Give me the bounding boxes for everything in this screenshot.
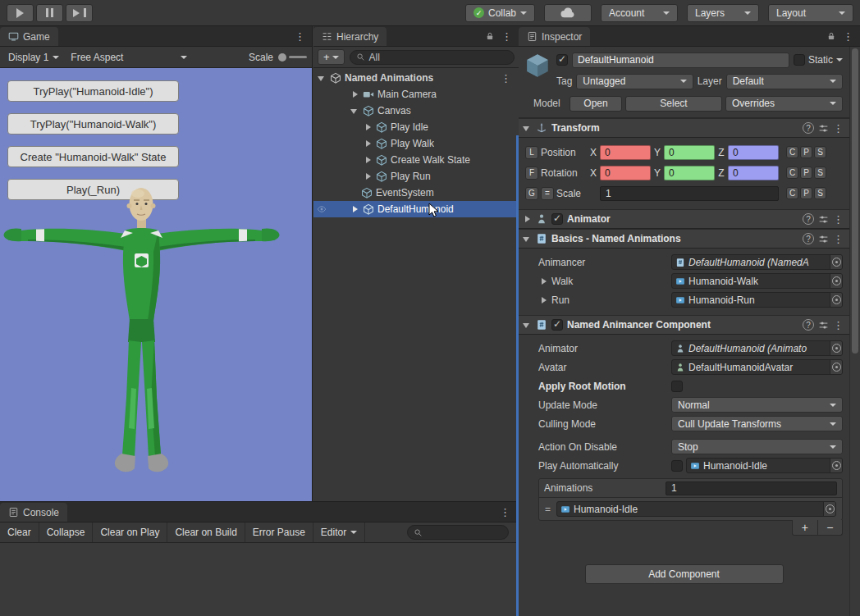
tab-game[interactable]: Game xyxy=(0,27,58,46)
transform-header[interactable]: Transform xyxy=(519,118,849,138)
avatar-object-field[interactable]: DefaultHumanoidAvatar xyxy=(671,359,843,375)
kebab-menu-icon[interactable] xyxy=(833,123,844,134)
paste-button[interactable]: P xyxy=(800,187,812,199)
foldout-collapsed-icon[interactable] xyxy=(350,89,359,99)
help-icon[interactable] xyxy=(803,319,814,331)
scrollbar-thumb[interactable] xyxy=(852,48,858,354)
object-picker-icon[interactable] xyxy=(830,459,842,472)
layout-dropdown[interactable]: Layout xyxy=(768,4,853,22)
add-element-button[interactable] xyxy=(793,520,818,535)
hierarchy-search-input[interactable]: All xyxy=(350,50,515,65)
foldout-expanded-icon[interactable] xyxy=(522,234,532,244)
foldout-expanded-icon[interactable] xyxy=(522,123,532,133)
step-button[interactable] xyxy=(66,4,93,22)
culling-mode-dropdown[interactable]: Cull Update Transforms xyxy=(671,416,843,431)
named-animancer-enabled-checkbox[interactable] xyxy=(551,319,563,331)
freeze-mode-button[interactable]: F xyxy=(525,167,538,180)
help-icon[interactable] xyxy=(803,122,814,134)
tab-console[interactable]: Console xyxy=(0,503,67,522)
uniform-scale-link-button[interactable]: = xyxy=(541,187,554,200)
tryplay-walk-button[interactable]: TryPlay("Humanoid-Walk") xyxy=(7,113,179,135)
foldout-collapsed-icon[interactable] xyxy=(522,214,532,224)
copy-button[interactable]: C xyxy=(786,146,798,158)
foldout-expanded-icon[interactable] xyxy=(350,106,359,116)
basics-named-animations-header[interactable]: Basics - Named Animations xyxy=(519,229,849,249)
clear-on-build-button[interactable]: Clear on Build xyxy=(167,522,245,542)
display-dropdown[interactable]: Display 1 xyxy=(5,47,62,67)
tryplay-idle-button[interactable]: TryPlay("Humanoid-Idle") xyxy=(7,80,179,102)
hierarchy-item-main-camera[interactable]: Main Camera xyxy=(313,86,519,103)
panel-splitter-highlight[interactable] xyxy=(516,135,519,616)
static-toggle[interactable]: Static xyxy=(794,54,843,66)
play-button[interactable] xyxy=(7,4,34,22)
copy-button[interactable]: C xyxy=(786,187,798,199)
console-log-area[interactable] xyxy=(0,543,517,616)
clear-button[interactable]: Clear xyxy=(0,522,39,542)
object-picker-icon[interactable] xyxy=(830,274,842,288)
position-z-field[interactable]: 0 xyxy=(728,145,779,160)
apply-root-motion-checkbox[interactable] xyxy=(671,381,683,392)
animator-header[interactable]: Animator xyxy=(519,209,849,229)
scale-field[interactable]: 1 xyxy=(600,186,779,201)
animancer-object-field[interactable]: DefaultHumanoid (NamedA xyxy=(671,254,843,270)
rotation-z-field[interactable]: 0 xyxy=(728,166,779,180)
animator-enabled-checkbox[interactable] xyxy=(551,213,563,225)
object-name-field[interactable]: DefaultHumanoid xyxy=(572,52,789,68)
animations-list-item[interactable]: Humanoid-Idle xyxy=(539,498,842,520)
collapse-button[interactable]: Collapse xyxy=(39,522,94,542)
visibility-eye-icon[interactable] xyxy=(317,204,327,214)
animation-item-object-field[interactable]: Humanoid-Idle xyxy=(556,501,836,517)
overrides-dropdown[interactable]: Overrides xyxy=(725,96,843,112)
animations-count-field[interactable]: 1 xyxy=(666,481,837,495)
account-dropdown[interactable]: Account xyxy=(601,4,678,22)
global-mode-button[interactable]: G xyxy=(525,187,538,200)
object-picker-icon[interactable] xyxy=(823,502,835,516)
cloud-button[interactable] xyxy=(544,4,592,22)
named-animancer-header[interactable]: Named Animancer Component xyxy=(519,315,849,335)
tab-inspector[interactable]: Inspector xyxy=(519,27,590,46)
scale-slider-knob[interactable] xyxy=(278,53,286,62)
lock-icon[interactable] xyxy=(485,31,495,41)
rotation-y-field[interactable]: 0 xyxy=(664,166,715,180)
kebab-menu-icon[interactable] xyxy=(501,73,519,84)
remove-element-button[interactable] xyxy=(818,520,843,535)
lock-icon[interactable] xyxy=(826,31,836,41)
create-walk-state-button[interactable]: Create "Humanoid-Walk" State xyxy=(7,146,179,167)
local-mode-button[interactable]: L xyxy=(525,146,538,159)
object-picker-icon[interactable] xyxy=(830,341,842,355)
kebab-menu-icon[interactable] xyxy=(295,31,305,42)
presets-icon[interactable] xyxy=(818,320,829,331)
scale-slider-track[interactable] xyxy=(289,56,307,58)
foldout-collapsed-icon[interactable] xyxy=(363,139,373,148)
presets-icon[interactable] xyxy=(818,123,829,134)
presets-icon[interactable] xyxy=(818,234,829,244)
kebab-menu-icon[interactable] xyxy=(501,31,512,42)
layer-dropdown[interactable]: Default xyxy=(726,74,843,89)
pause-button[interactable] xyxy=(36,4,63,22)
help-icon[interactable] xyxy=(803,213,814,225)
play-automatically-checkbox[interactable] xyxy=(671,460,683,472)
hierarchy-scene-row[interactable]: Named Animations xyxy=(313,70,519,86)
layers-dropdown[interactable]: Layers xyxy=(687,4,759,22)
kebab-menu-icon[interactable] xyxy=(833,234,844,244)
foldout-collapsed-icon[interactable] xyxy=(363,122,373,132)
foldout-expanded-icon[interactable] xyxy=(522,320,532,330)
collab-dropdown[interactable]: ✓ Collab xyxy=(465,4,535,22)
play-run-button[interactable]: Play(_Run) xyxy=(7,179,179,200)
active-checkbox[interactable] xyxy=(556,54,568,66)
kebab-menu-icon[interactable] xyxy=(833,320,844,331)
add-component-button[interactable]: Add Component xyxy=(585,564,784,584)
aspect-dropdown[interactable]: Free Aspect xyxy=(67,47,190,67)
foldout-collapsed-icon[interactable] xyxy=(538,276,548,286)
error-pause-button[interactable]: Error Pause xyxy=(245,522,313,542)
paste-button[interactable]: P xyxy=(800,146,812,158)
foldout-collapsed-icon[interactable] xyxy=(363,171,373,181)
walk-object-field[interactable]: Humanoid-Walk xyxy=(671,273,843,289)
hierarchy-item-play-walk[interactable]: Play Walk xyxy=(313,135,519,152)
animations-list-header[interactable]: Animations 1 xyxy=(539,479,842,498)
kebab-menu-icon[interactable] xyxy=(500,507,510,518)
static-checkbox[interactable] xyxy=(794,54,805,66)
position-x-field[interactable]: 0 xyxy=(600,145,651,160)
snap-button[interactable]: S xyxy=(814,146,826,158)
copy-button[interactable]: C xyxy=(786,167,798,179)
